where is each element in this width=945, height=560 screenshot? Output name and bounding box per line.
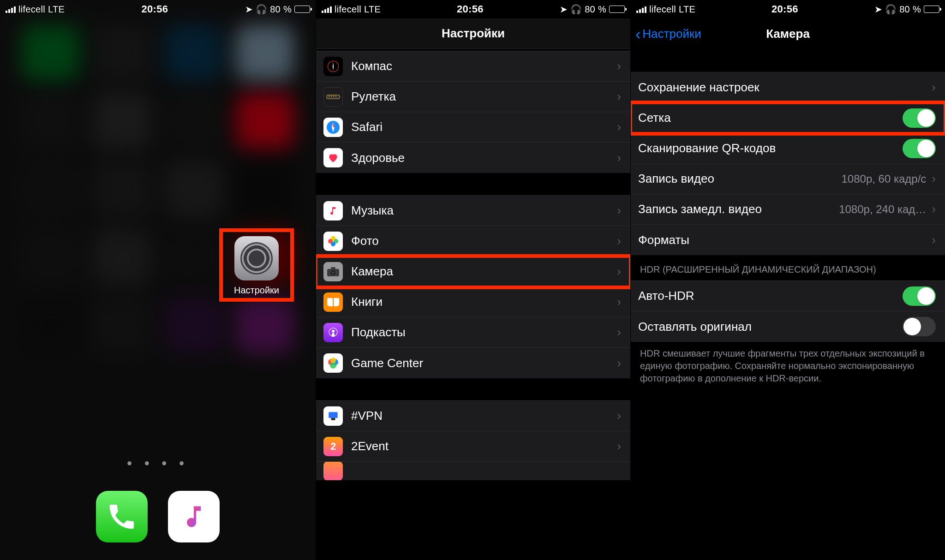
chevron-right-icon: › [617,295,621,309]
nav-bar: Настройки [316,18,630,49]
row-value: 1080p, 240 кад… [839,203,926,216]
camera-row-formats[interactable]: Форматы › [631,225,945,255]
panel-camera-settings: lifecell LTE 20:56 ➤ 🎧 80 % ‹ Настройки … [630,0,945,560]
chevron-right-icon: › [932,233,936,247]
nav-back-button[interactable]: ‹ Настройки [635,18,701,49]
svg-point-17 [332,330,335,333]
phone-app-icon[interactable] [96,491,148,542]
auto-hdr-toggle[interactable] [903,286,936,306]
health-icon [323,148,343,167]
row-label: Компас [351,59,614,73]
row-label: 2Event [351,439,614,453]
settings-row-camera[interactable]: Камера › [316,256,630,287]
page-indicator[interactable]: ● ● ● ● [0,458,316,468]
status-bar: lifecell LTE 20:56 ➤ 🎧 80 % [316,0,630,18]
settings-row-measure[interactable]: Рулетка › [316,82,630,112]
row-value: 1080p, 60 кадр/с [841,173,926,185]
svg-point-12 [328,239,333,244]
svg-rect-14 [331,267,335,270]
row-label: Авто-HDR [638,289,903,303]
nav-title: Настройки [442,26,505,41]
settings-row-compass[interactable]: Компас › [316,51,630,82]
row-label: Safari [351,120,614,134]
camera-icon [323,262,343,281]
chevron-right-icon: › [617,409,621,423]
keep-original-toggle[interactable] [903,317,936,336]
chevron-right-icon: › [617,203,621,218]
nav-title: Камера [766,27,810,41]
camera-row-record-video[interactable]: Запись видео 1080p, 60 кадр/с › [631,164,945,194]
dock [0,473,316,560]
carrier-label: lifecell [335,4,361,15]
network-label: LTE [48,4,65,15]
vpn-icon [323,406,343,426]
settings-row-2event[interactable]: 2 2Event › [316,431,630,462]
camera-row-grid[interactable]: Сетка [631,103,945,133]
safari-icon [323,118,343,137]
battery-pct-label: 80 % [270,4,292,15]
row-label: Фото [351,234,614,248]
status-bar: lifecell LTE 20:56 ➤ 🎧 80 % [631,0,945,18]
settings-row-photos[interactable]: Фото › [316,226,630,256]
books-icon [323,292,343,312]
chevron-right-icon: › [932,172,936,186]
battery-pct-label: 80 % [585,4,606,15]
chevron-right-icon: › [617,325,621,340]
chevron-right-icon: › [617,234,621,248]
clock-label: 20:56 [141,3,168,15]
row-label: Запись видео [638,172,841,186]
row-label: Сохранение настроек [638,80,929,95]
camera-row-qr[interactable]: Сканирование QR-кодов [631,133,945,164]
row-label: #VPN [351,409,614,423]
signal-bars-icon [636,6,646,13]
music-app-icon[interactable] [168,491,220,542]
row-label: Рулетка [351,89,614,104]
panel-settings-root: lifecell LTE 20:56 ➤ 🎧 80 % Настройки Ко… [316,0,630,560]
camera-row-preserve-settings[interactable]: Сохранение настроек › [631,72,945,103]
nav-bar: ‹ Настройки Камера [631,18,945,49]
chevron-right-icon: › [617,439,621,453]
location-icon: ➤ [245,4,253,15]
row-label: Здоровье [351,151,614,165]
row-label: Книги [351,295,614,309]
signal-bars-icon [6,6,16,13]
settings-row-podcasts[interactable]: Подкасты › [316,317,630,348]
settings-row-books[interactable]: Книги › [316,287,630,317]
svg-point-16 [332,271,335,274]
qr-toggle[interactable] [903,139,936,158]
settings-row-safari[interactable]: Safari › [316,112,630,143]
network-label: LTE [679,4,695,15]
svg-rect-23 [329,412,338,418]
nav-back-label: Настройки [642,27,701,41]
panel-home-screen: lifecell LTE 20:56 ➤ 🎧 80 % Настройки [0,0,316,560]
svg-rect-1 [327,95,340,99]
camera-row-slowmo[interactable]: Запись замедл. видео 1080p, 240 кад… › [631,194,945,225]
svg-point-21 [330,362,336,369]
row-label: Запись замедл. видео [638,202,839,216]
music-note-icon [180,503,208,530]
chevron-right-icon: › [617,59,621,73]
row-label: Форматы [638,233,929,247]
camera-row-keep-original[interactable]: Оставлять оригинал [631,311,945,342]
hdr-section-footer: HDR смешивает лучшие фрагменты трех отде… [631,342,945,393]
app-icon [323,462,343,480]
gear-icon [240,242,273,274]
settings-row-vpn[interactable]: #VPN › [316,401,630,431]
music-icon [323,201,343,220]
settings-row-music[interactable]: Музыка › [316,196,630,226]
chevron-right-icon: › [617,264,621,279]
camera-row-auto-hdr[interactable]: Авто-HDR [631,281,945,311]
clock-label: 20:56 [772,3,798,15]
location-icon: ➤ [874,4,882,15]
row-label: Оставлять оригинал [638,320,903,334]
headphones-icon: 🎧 [256,4,267,15]
grid-toggle[interactable] [903,108,936,128]
chevron-right-icon: › [617,89,621,104]
podcasts-icon [323,323,343,342]
compass-icon [323,57,343,76]
carrier-label: lifecell [649,4,676,15]
settings-row-partial[interactable] [316,462,630,480]
settings-row-health[interactable]: Здоровье › [316,143,630,173]
settings-app-icon[interactable]: Настройки [221,231,292,299]
settings-row-gamecenter[interactable]: Game Center › [316,348,630,378]
